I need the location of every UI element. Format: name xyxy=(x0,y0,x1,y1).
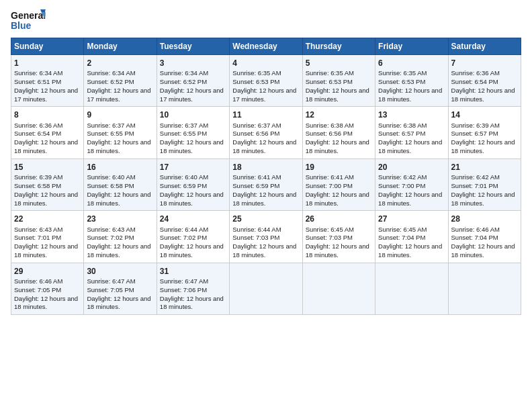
table-row: 18 Sunrise: 6:41 AM Sunset: 6:59 PM Dayl… xyxy=(230,158,302,210)
table-row: 20 Sunrise: 6:42 AM Sunset: 7:00 PM Dayl… xyxy=(375,158,448,210)
table-row: 1 Sunrise: 6:34 AM Sunset: 6:51 PM Dayli… xyxy=(11,55,84,107)
calendar-week-row: 22 Sunrise: 6:43 AM Sunset: 7:01 PM Dayl… xyxy=(11,211,521,263)
table-row: 10 Sunrise: 6:37 AM Sunset: 6:55 PM Dayl… xyxy=(157,107,229,158)
table-row: 26 Sunrise: 6:45 AM Sunset: 7:03 PM Dayl… xyxy=(302,211,375,263)
col-saturday: Saturday xyxy=(448,38,521,55)
empty-cell xyxy=(302,263,375,314)
table-row: 4 Sunrise: 6:35 AM Sunset: 6:53 PM Dayli… xyxy=(230,55,302,107)
col-monday: Monday xyxy=(84,38,157,55)
empty-cell xyxy=(375,263,448,314)
col-tuesday: Tuesday xyxy=(157,38,229,55)
table-row: 7 Sunrise: 6:36 AM Sunset: 6:54 PM Dayli… xyxy=(448,55,521,107)
table-row: 22 Sunrise: 6:43 AM Sunset: 7:01 PM Dayl… xyxy=(11,211,84,263)
table-row: 28 Sunrise: 6:46 AM Sunset: 7:04 PM Dayl… xyxy=(448,211,521,263)
svg-text:Blue: Blue xyxy=(11,20,32,31)
calendar-table: Sunday Monday Tuesday Wednesday Thursday… xyxy=(11,38,521,315)
table-row: 27 Sunrise: 6:45 AM Sunset: 7:04 PM Dayl… xyxy=(375,211,448,263)
table-row: 3 Sunrise: 6:34 AM Sunset: 6:52 PM Dayli… xyxy=(157,55,229,107)
table-row: 9 Sunrise: 6:37 AM Sunset: 6:55 PM Dayli… xyxy=(84,107,157,158)
calendar-week-row: 1 Sunrise: 6:34 AM Sunset: 6:51 PM Dayli… xyxy=(11,55,521,107)
col-wednesday: Wednesday xyxy=(230,38,302,55)
table-row: 31 Sunrise: 6:47 AM Sunset: 7:06 PM Dayl… xyxy=(157,263,229,314)
table-row: 15 Sunrise: 6:39 AM Sunset: 6:58 PM Dayl… xyxy=(11,158,84,210)
table-row: 24 Sunrise: 6:44 AM Sunset: 7:02 PM Dayl… xyxy=(157,211,229,263)
calendar-week-row: 8 Sunrise: 6:36 AM Sunset: 6:54 PM Dayli… xyxy=(11,107,521,158)
table-row: 30 Sunrise: 6:47 AM Sunset: 7:05 PM Dayl… xyxy=(84,263,157,314)
table-row: 21 Sunrise: 6:42 AM Sunset: 7:01 PM Dayl… xyxy=(448,158,521,210)
table-row: 14 Sunrise: 6:39 AM Sunset: 6:57 PM Dayl… xyxy=(448,107,521,158)
table-row: 17 Sunrise: 6:40 AM Sunset: 6:59 PM Dayl… xyxy=(157,158,229,210)
table-row: 12 Sunrise: 6:38 AM Sunset: 6:56 PM Dayl… xyxy=(302,107,375,158)
logo-svg: General Blue xyxy=(11,8,46,32)
table-row: 25 Sunrise: 6:44 AM Sunset: 7:03 PM Dayl… xyxy=(230,211,302,263)
col-thursday: Thursday xyxy=(302,38,375,55)
empty-cell xyxy=(448,263,521,314)
empty-cell xyxy=(230,263,302,314)
header: General Blue xyxy=(11,8,521,32)
col-friday: Friday xyxy=(375,38,448,55)
table-row: 19 Sunrise: 6:41 AM Sunset: 7:00 PM Dayl… xyxy=(302,158,375,210)
table-row: 6 Sunrise: 6:35 AM Sunset: 6:53 PM Dayli… xyxy=(375,55,448,107)
table-row: 23 Sunrise: 6:43 AM Sunset: 7:02 PM Dayl… xyxy=(84,211,157,263)
logo: General Blue xyxy=(11,8,46,32)
table-row: 13 Sunrise: 6:38 AM Sunset: 6:57 PM Dayl… xyxy=(375,107,448,158)
col-sunday: Sunday xyxy=(11,38,84,55)
table-row: 2 Sunrise: 6:34 AM Sunset: 6:52 PM Dayli… xyxy=(84,55,157,107)
header-row: Sunday Monday Tuesday Wednesday Thursday… xyxy=(11,38,521,55)
svg-text:General: General xyxy=(11,10,46,21)
table-row: 5 Sunrise: 6:35 AM Sunset: 6:53 PM Dayli… xyxy=(302,55,375,107)
table-row: 29 Sunrise: 6:46 AM Sunset: 7:05 PM Dayl… xyxy=(11,263,84,314)
table-row: 16 Sunrise: 6:40 AM Sunset: 6:58 PM Dayl… xyxy=(84,158,157,210)
page: General Blue Sunday Monday Tuesday Wedne… xyxy=(0,0,532,411)
calendar-week-row: 15 Sunrise: 6:39 AM Sunset: 6:58 PM Dayl… xyxy=(11,158,521,210)
calendar-week-row: 29 Sunrise: 6:46 AM Sunset: 7:05 PM Dayl… xyxy=(11,263,521,314)
table-row: 11 Sunrise: 6:37 AM Sunset: 6:56 PM Dayl… xyxy=(230,107,302,158)
table-row: 8 Sunrise: 6:36 AM Sunset: 6:54 PM Dayli… xyxy=(11,107,84,158)
